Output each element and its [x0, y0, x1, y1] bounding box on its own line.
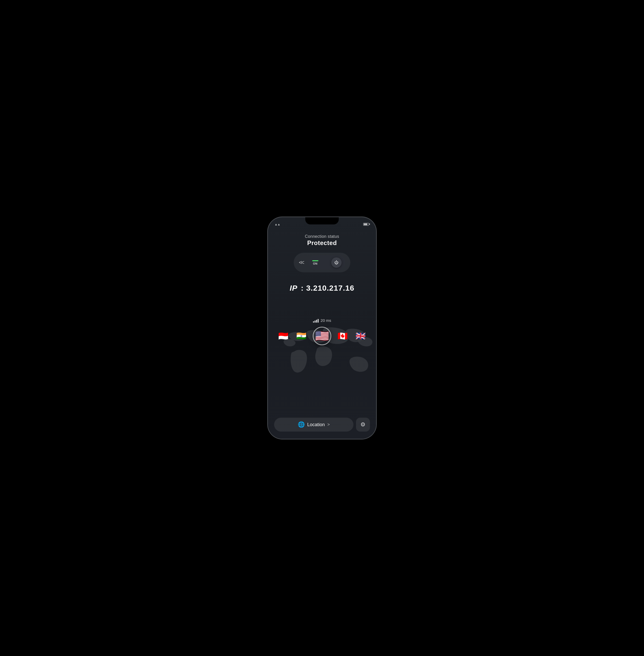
toggle-pill: ON ⏻	[308, 255, 345, 270]
ip-separator: :	[299, 284, 306, 292]
signal-bar-1	[313, 321, 314, 323]
flag-uk[interactable]: 🇬🇧	[354, 329, 367, 343]
connection-status-value: Protected	[305, 240, 339, 247]
signal-bar-2	[315, 320, 316, 323]
battery-icon	[363, 223, 369, 226]
settings-button[interactable]: ⚙	[356, 418, 370, 432]
flag-selector: 🇮🇩 🇮🇳 🇺🇸 🇨🇦 🇬🇧	[277, 327, 367, 345]
connection-status-section: Connection status Protected	[305, 234, 339, 247]
chevron-right-icon: >	[327, 422, 330, 427]
ip-value: 3.210.217.16	[306, 284, 354, 292]
toggle-green-indicator	[312, 260, 318, 261]
signal-bar-3	[316, 320, 317, 323]
location-button[interactable]: 🌐 Location >	[274, 418, 353, 432]
globe-icon: 🌐	[298, 421, 305, 428]
flag-usa-active[interactable]: 🇺🇸	[313, 327, 331, 345]
bottom-bar: 🌐 Location > ⚙	[274, 418, 370, 432]
flag-india[interactable]: 🇮🇳	[295, 329, 308, 343]
battery-fill	[364, 223, 367, 225]
phone-device: ▴ ▴	[268, 217, 376, 439]
phone-screen: ▴ ▴	[268, 217, 376, 439]
gear-icon: ⚙	[360, 421, 366, 428]
flag-indonesia[interactable]: 🇮🇩	[277, 329, 290, 343]
signal-bars-icon	[313, 318, 319, 323]
power-button[interactable]: ⏻	[331, 257, 342, 268]
ip-display: IP : 3.210.217.16	[290, 284, 354, 292]
flag-canada[interactable]: 🇨🇦	[336, 329, 349, 343]
signal-ping-section: 20 ms	[313, 318, 331, 323]
toggle-on-section: ON	[312, 260, 318, 265]
signal-bar-4	[318, 319, 319, 323]
wifi-icon: ▴ ▴	[275, 222, 280, 226]
ip-address-text: IP : 3.210.217.16	[290, 284, 354, 292]
main-content: Connection status Protected << ON ⏻	[268, 228, 376, 439]
connection-status-label: Connection status	[305, 234, 339, 239]
ping-value: 20 ms	[321, 318, 331, 323]
location-label: Location	[307, 422, 325, 427]
power-icon: ⏻	[335, 260, 339, 265]
status-right	[363, 223, 369, 226]
phone-notch	[305, 217, 339, 224]
toggle-on-label: ON	[313, 262, 318, 265]
toggle-control: << ON ⏻	[294, 253, 350, 272]
back-arrows-button[interactable]: <<	[299, 259, 303, 266]
ip-label: IP	[290, 284, 297, 292]
